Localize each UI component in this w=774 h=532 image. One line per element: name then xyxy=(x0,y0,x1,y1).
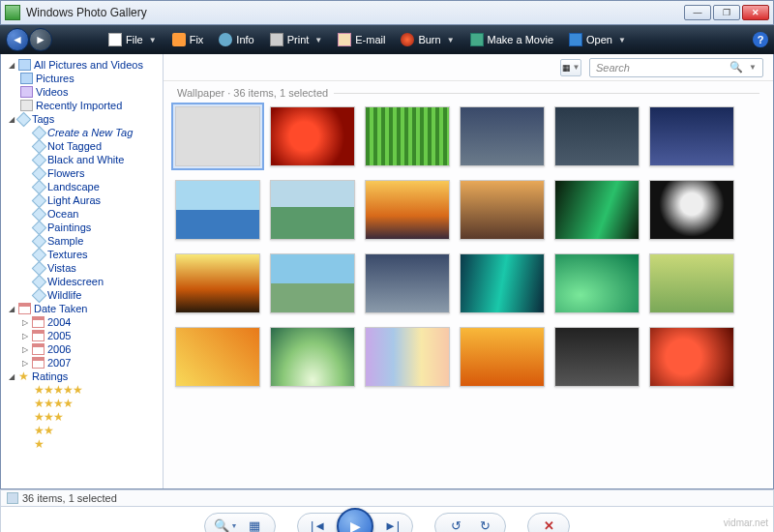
tree-tag-item[interactable]: Ocean xyxy=(1,207,163,221)
tree-create-tag[interactable]: Create a New Tag xyxy=(1,126,163,139)
next-button[interactable]: ►| xyxy=(377,514,406,533)
tree-tag-item[interactable]: Black and White xyxy=(1,153,163,166)
thumbnail[interactable] xyxy=(460,327,545,387)
tree-pictures[interactable]: Pictures xyxy=(1,72,163,85)
nav-back-button[interactable]: ◄ xyxy=(6,28,29,51)
thumbnail[interactable] xyxy=(175,327,260,387)
tag-icon xyxy=(32,165,47,181)
info-label: Info xyxy=(236,34,253,45)
thumbnail[interactable] xyxy=(554,253,640,313)
thumbnail[interactable] xyxy=(554,106,640,166)
movie-label: Make a Movie xyxy=(488,34,553,45)
make-movie-button[interactable]: Make a Movie xyxy=(462,26,561,53)
thumbnail[interactable] xyxy=(649,253,734,313)
tree-tag-item[interactable]: Widescreen xyxy=(1,275,163,288)
rating-1-star[interactable]: ★ xyxy=(1,437,163,451)
expand-icon[interactable]: ◢ xyxy=(7,305,15,313)
search-input[interactable]: Search 🔍▼ xyxy=(589,58,763,77)
expand-icon[interactable]: ◢ xyxy=(7,372,15,381)
thumbnail[interactable] xyxy=(175,180,260,240)
thumbnail-view-button[interactable]: ▦▼ xyxy=(560,59,581,76)
tree-tag-item[interactable]: Light Auras xyxy=(1,193,163,207)
info-button[interactable]: Info xyxy=(211,26,261,53)
previous-button[interactable]: |◄ xyxy=(304,514,333,533)
fix-button[interactable]: Fix xyxy=(164,26,212,53)
rating-2-stars[interactable]: ★★ xyxy=(1,424,163,437)
tree-tag-item[interactable]: Flowers xyxy=(1,166,163,180)
app-icon xyxy=(5,5,20,20)
tree-tag-item[interactable]: Wildlife xyxy=(1,288,163,302)
nav-forward-button[interactable]: ► xyxy=(29,28,52,51)
tree-tag-item[interactable]: Textures xyxy=(1,248,163,261)
open-menu[interactable]: Open▼ xyxy=(561,26,634,53)
thumbnail[interactable] xyxy=(175,253,260,313)
thumbnail-size-button[interactable]: ▦ xyxy=(240,514,269,533)
thumbnail[interactable] xyxy=(270,327,355,387)
thumbnail[interactable] xyxy=(460,180,545,240)
tree-recently-imported[interactable]: Recently Imported xyxy=(1,99,163,112)
maximize-button[interactable]: ❐ xyxy=(713,5,740,20)
tree-videos[interactable]: Videos xyxy=(1,85,163,99)
email-button[interactable]: E-mail xyxy=(330,26,393,53)
fix-icon xyxy=(172,33,186,46)
delete-button[interactable]: ✕ xyxy=(534,514,563,533)
tree-date-taken[interactable]: ◢Date Taken xyxy=(1,302,163,315)
expand-icon[interactable]: ◢ xyxy=(7,61,15,70)
rotate-ccw-button[interactable]: ↺ xyxy=(441,514,470,533)
pictures-icon xyxy=(20,73,33,84)
print-menu[interactable]: Print▼ xyxy=(262,26,331,53)
status-text: 36 items, 1 selected xyxy=(22,492,117,504)
tree-tag-item[interactable]: Vistas xyxy=(1,261,163,275)
rating-5-stars[interactable]: ★★★★★ xyxy=(1,383,163,397)
tree-label: All Pictures and Videos xyxy=(34,59,143,71)
thumbnail[interactable] xyxy=(365,180,450,240)
thumbnail[interactable] xyxy=(365,327,450,387)
calendar-icon xyxy=(18,303,31,314)
expand-icon[interactable]: ◢ xyxy=(7,115,15,124)
thumbnail-scroll-area[interactable] xyxy=(164,101,773,488)
tree-root-all[interactable]: ◢All Pictures and Videos xyxy=(1,58,163,72)
tree-date-item[interactable]: ▷2004 xyxy=(1,315,163,329)
thumbnail[interactable] xyxy=(554,180,640,240)
expand-icon[interactable]: ▷ xyxy=(20,332,29,340)
minimize-button[interactable]: — xyxy=(684,5,711,20)
thumbnail[interactable] xyxy=(649,327,734,387)
tree-date-item[interactable]: ▷2007 xyxy=(1,356,163,369)
thumbnail[interactable] xyxy=(365,253,450,313)
expand-icon[interactable]: ▷ xyxy=(20,318,29,327)
tree-tag-item[interactable]: Landscape xyxy=(1,180,163,193)
tree-tags[interactable]: ◢Tags xyxy=(1,112,163,126)
tree-label: Black and White xyxy=(47,154,124,165)
thumbnail[interactable] xyxy=(270,180,355,240)
tag-icon xyxy=(32,206,47,222)
tree-date-item[interactable]: ▷2005 xyxy=(1,329,163,342)
tree-ratings[interactable]: ◢★Ratings xyxy=(1,369,163,383)
tree-tag-item[interactable]: Paintings xyxy=(1,221,163,234)
tree-tag-item[interactable]: Sample xyxy=(1,234,163,248)
close-button[interactable]: ✕ xyxy=(742,5,769,20)
thumbnail[interactable] xyxy=(649,106,734,166)
rating-3-stars[interactable]: ★★★ xyxy=(1,410,163,424)
zoom-button[interactable]: 🔍▼ xyxy=(211,514,240,533)
burn-menu[interactable]: Burn▼ xyxy=(393,26,461,53)
tree-date-item[interactable]: ▷2006 xyxy=(1,342,163,356)
thumbnail[interactable] xyxy=(554,327,640,387)
rating-4-stars[interactable]: ★★★★ xyxy=(1,397,163,410)
expand-icon[interactable]: ▷ xyxy=(20,359,29,368)
thumbnail[interactable] xyxy=(270,106,355,166)
slideshow-button[interactable]: ▶ xyxy=(337,508,373,533)
thumbnail[interactable] xyxy=(365,106,450,166)
thumbnail[interactable] xyxy=(649,180,734,240)
tree-tag-item[interactable]: Not Tagged xyxy=(1,139,163,153)
thumbnail[interactable] xyxy=(175,106,260,166)
tree-label: 2005 xyxy=(47,330,71,341)
thumbnail[interactable] xyxy=(460,106,545,166)
gallery-breadcrumb: Wallpaper · 36 items, 1 selected xyxy=(164,81,773,101)
help-button[interactable]: ? xyxy=(753,32,768,47)
thumbnail[interactable] xyxy=(460,253,545,313)
tag-icon xyxy=(32,247,47,262)
file-menu[interactable]: File▼ xyxy=(101,26,164,53)
expand-icon[interactable]: ▷ xyxy=(20,345,29,354)
rotate-cw-button[interactable]: ↻ xyxy=(470,514,499,533)
thumbnail[interactable] xyxy=(270,253,355,313)
